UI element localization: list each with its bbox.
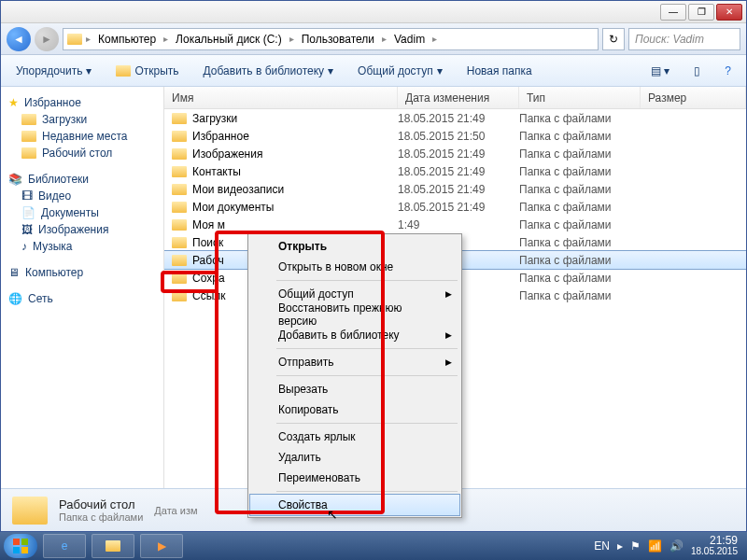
- maximize-button[interactable]: ❐: [688, 4, 714, 21]
- file-type: Папка с файлами: [519, 254, 641, 267]
- sidebar-network[interactable]: 🌐Сеть: [1, 290, 163, 307]
- file-type: Папка с файлами: [519, 112, 641, 125]
- context-menu-item[interactable]: Отправить▶: [250, 352, 459, 372]
- folder-icon: [21, 114, 36, 125]
- context-menu-item[interactable]: Удалить: [250, 447, 459, 468]
- file-date: 18.05.2015 21:50: [398, 130, 519, 143]
- file-row[interactable]: Избранное18.05.2015 21:50Папка с файлами: [164, 127, 746, 145]
- column-name[interactable]: Имя: [164, 87, 398, 108]
- context-menu-item[interactable]: Открыть: [250, 236, 459, 257]
- navbar: ◄ ► ▸ Компьютер ▸ Локальный диск (C:) ▸ …: [1, 23, 746, 55]
- sidebar-music[interactable]: ♪Музыка: [1, 238, 163, 255]
- flag-icon[interactable]: ▸: [617, 539, 623, 553]
- menu-separator: [276, 280, 458, 281]
- file-row[interactable]: Изображения18.05.2015 21:49Папка с файла…: [164, 145, 746, 162]
- star-icon: ★: [8, 96, 19, 109]
- context-menu: ОткрытьОткрыть в новом окнеОбщий доступ▶…: [247, 233, 462, 518]
- file-type: Папка с файлами: [519, 289, 641, 302]
- sidebar-pictures[interactable]: 🖼Изображения: [1, 221, 163, 238]
- start-button[interactable]: [4, 534, 37, 558]
- context-menu-item[interactable]: Свойства: [250, 495, 459, 515]
- file-name: Загрузки: [192, 112, 237, 125]
- close-button[interactable]: ✕: [716, 4, 742, 21]
- submenu-arrow-icon: ▶: [445, 289, 452, 299]
- breadcrumb[interactable]: Vadim: [390, 31, 429, 48]
- file-type: Папка с файлами: [519, 183, 641, 196]
- sidebar-documents[interactable]: 📄Документы: [1, 204, 163, 221]
- context-menu-item[interactable]: Создать ярлык: [250, 427, 459, 447]
- menu-separator: [276, 348, 458, 349]
- new-folder-button[interactable]: Новая папка: [461, 61, 538, 81]
- refresh-button[interactable]: ↻: [602, 28, 625, 50]
- context-menu-item[interactable]: Переименовать: [250, 468, 459, 488]
- column-size[interactable]: Размер: [641, 87, 746, 108]
- open-button[interactable]: Открыть: [110, 61, 184, 81]
- folder-icon: [172, 219, 187, 231]
- sidebar-videos[interactable]: 🎞Видео: [1, 188, 163, 204]
- forward-button[interactable]: ►: [35, 27, 59, 51]
- folder-icon: [21, 147, 36, 159]
- taskbar-ie[interactable]: e: [43, 534, 86, 558]
- volume-icon[interactable]: 🔊: [669, 539, 684, 553]
- file-row[interactable]: Мои документы18.05.2015 21:49Папка с фай…: [164, 198, 746, 216]
- network-icon[interactable]: 📶: [648, 539, 662, 553]
- sidebar-computer[interactable]: 🖥Компьютер: [1, 264, 163, 281]
- add-to-library-button[interactable]: Добавить в библиотеку ▾: [198, 61, 340, 81]
- svg-rect-1: [21, 539, 28, 545]
- folder-icon: [172, 273, 187, 284]
- file-row[interactable]: Мои видеозаписи18.05.2015 21:49Папка с ф…: [164, 180, 746, 198]
- context-menu-item[interactable]: Восстановить прежнюю версию: [250, 304, 459, 325]
- breadcrumb[interactable]: Пользователи: [298, 31, 378, 48]
- system-tray: EN ▸ ⚑ 📶 🔊 21:59 18.05.2015: [594, 535, 743, 557]
- breadcrumb[interactable]: Компьютер: [94, 31, 160, 48]
- file-type: Папка с файлами: [519, 147, 641, 161]
- context-menu-item[interactable]: Вырезать: [250, 379, 459, 399]
- view-button[interactable]: ▤ ▾: [645, 61, 675, 81]
- search-input[interactable]: Поиск: Vadim: [628, 28, 740, 50]
- sidebar-recent[interactable]: Недавние места: [1, 128, 163, 145]
- help-button[interactable]: ?: [719, 61, 737, 81]
- folder-icon: [116, 65, 131, 77]
- file-date: 18.05.2015 21:49: [398, 165, 519, 178]
- menu-separator: [276, 423, 458, 424]
- breadcrumb[interactable]: Локальный диск (C:): [172, 31, 286, 48]
- preview-pane-button[interactable]: ▯: [688, 61, 706, 81]
- network-icon: 🌐: [8, 292, 22, 305]
- share-button[interactable]: Общий доступ ▾: [352, 61, 448, 81]
- sidebar-favorites[interactable]: ★Избранное: [1, 94, 163, 111]
- column-date[interactable]: Дата изменения: [398, 87, 519, 108]
- folder-icon: [172, 290, 187, 301]
- details-date-label: Дата изм: [154, 505, 197, 516]
- language-indicator[interactable]: EN: [594, 539, 610, 553]
- back-button[interactable]: ◄: [7, 27, 31, 51]
- file-row[interactable]: Контакты18.05.2015 21:49Папка с файлами: [164, 162, 746, 180]
- file-row[interactable]: Загрузки18.05.2015 21:49Папка с файлами: [164, 109, 746, 127]
- sidebar-desktop[interactable]: Рабочий стол: [1, 145, 163, 161]
- folder-icon: [172, 113, 187, 124]
- picture-icon: 🖼: [21, 223, 33, 236]
- folder-icon: [172, 237, 187, 248]
- file-row[interactable]: Моя м1:49Папка с файлами: [164, 216, 746, 233]
- file-name: Изображения: [192, 147, 262, 161]
- column-type[interactable]: Тип: [519, 87, 641, 108]
- context-menu-item[interactable]: Копировать: [250, 399, 459, 420]
- context-menu-item[interactable]: Открыть в новом окне: [250, 257, 459, 277]
- file-date: 18.05.2015 21:49: [398, 147, 519, 161]
- organize-button[interactable]: Упорядочить ▾: [10, 61, 97, 81]
- chevron-icon: ▸: [162, 34, 170, 44]
- chevron-icon: ▸: [84, 34, 92, 44]
- sidebar-downloads[interactable]: Загрузки: [1, 111, 163, 128]
- context-menu-item[interactable]: Добавить в библиотеку▶: [250, 325, 459, 345]
- minimize-button[interactable]: —: [660, 4, 686, 21]
- file-name: Ссылк: [192, 289, 226, 302]
- address-bar[interactable]: ▸ Компьютер ▸ Локальный диск (C:) ▸ Поль…: [63, 28, 599, 50]
- clock[interactable]: 21:59 18.05.2015: [691, 535, 738, 557]
- windows-logo-icon: [12, 538, 29, 554]
- file-type: Папка с файлами: [519, 236, 641, 249]
- ie-icon: e: [62, 539, 68, 553]
- action-center-icon[interactable]: ⚑: [630, 539, 641, 553]
- taskbar-media[interactable]: ▶: [140, 534, 183, 558]
- sidebar-libraries[interactable]: 📚Библиотеки: [1, 171, 163, 188]
- taskbar-explorer[interactable]: [92, 534, 134, 558]
- submenu-arrow-icon: ▶: [445, 357, 452, 367]
